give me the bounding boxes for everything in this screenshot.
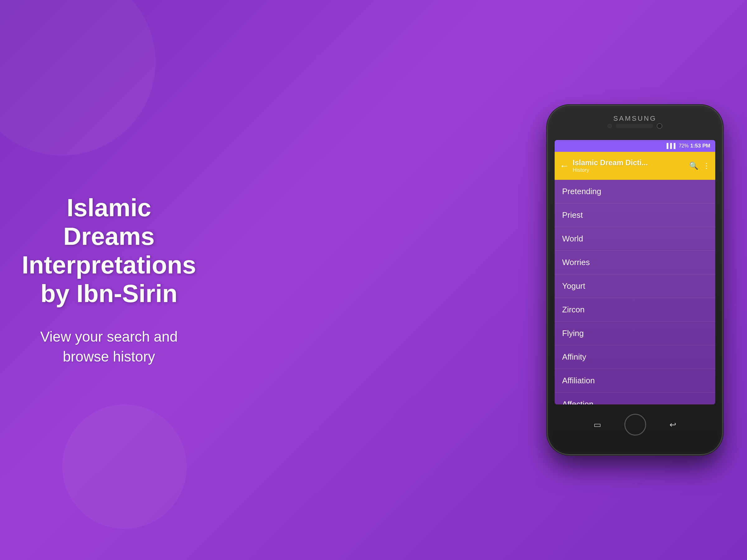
list-item[interactable]: Worries	[555, 251, 715, 274]
list-item[interactable]: Affection	[555, 393, 715, 404]
history-list: Pretending Priest World Worries Yogurt Z…	[555, 180, 715, 404]
sensor-dot	[608, 124, 612, 128]
status-bar: ▌▌▌ 72% 1:53 PM	[555, 140, 715, 152]
toolbar-actions: 🔍 ⋮	[689, 161, 710, 170]
home-button[interactable]	[624, 414, 646, 435]
toolbar-title: Islamic Dream Dicti...	[573, 158, 686, 167]
search-icon[interactable]: 🔍	[689, 161, 698, 170]
app-subtitle: View your search and browse history	[19, 327, 199, 367]
status-icons: ▌▌▌ 72% 1:53 PM	[667, 143, 710, 149]
list-item[interactable]: Zircon	[555, 298, 715, 322]
phone-screen: ▌▌▌ 72% 1:53 PM ← Islamic Dream Dicti...…	[555, 140, 715, 404]
list-item[interactable]: Pretending	[555, 180, 715, 204]
recent-apps-button[interactable]: ▭	[594, 420, 601, 430]
speaker-grille	[616, 124, 653, 128]
list-item[interactable]: Flying	[555, 322, 715, 345]
app-toolbar: ← Islamic Dream Dicti... History 🔍 ⋮	[555, 152, 715, 180]
signal-icon: ▌▌▌	[667, 143, 677, 149]
toolbar-text: Islamic Dream Dicti... History	[573, 158, 686, 173]
list-item[interactable]: Priest	[555, 204, 715, 227]
battery-text: 72%	[679, 143, 689, 149]
camera-lens	[657, 123, 662, 129]
list-item[interactable]: Affiliation	[555, 369, 715, 393]
list-item[interactable]: World	[555, 227, 715, 251]
left-section: Islamic Dreams Interpretations by Ibn-Si…	[19, 193, 199, 367]
back-button[interactable]: ←	[560, 161, 569, 171]
phone-container: SAMSUNG ▌▌▌ 72% 1:53 PM ← Islamic Dream	[548, 106, 722, 454]
menu-icon[interactable]: ⋮	[703, 161, 710, 170]
list-item[interactable]: Yogurt	[555, 274, 715, 298]
toolbar-subtitle: History	[573, 167, 686, 173]
app-title: Islamic Dreams Interpretations by Ibn-Si…	[19, 193, 199, 308]
list-item[interactable]: Affinity	[555, 345, 715, 369]
bottom-nav: ▭ ↩	[582, 414, 688, 435]
time-display: 1:53 PM	[690, 143, 710, 149]
phone-shell: SAMSUNG ▌▌▌ 72% 1:53 PM ← Islamic Dream	[548, 106, 722, 454]
top-sensors	[608, 123, 662, 129]
brand-logo: SAMSUNG	[613, 114, 656, 123]
back-nav-button[interactable]: ↩	[670, 420, 676, 430]
